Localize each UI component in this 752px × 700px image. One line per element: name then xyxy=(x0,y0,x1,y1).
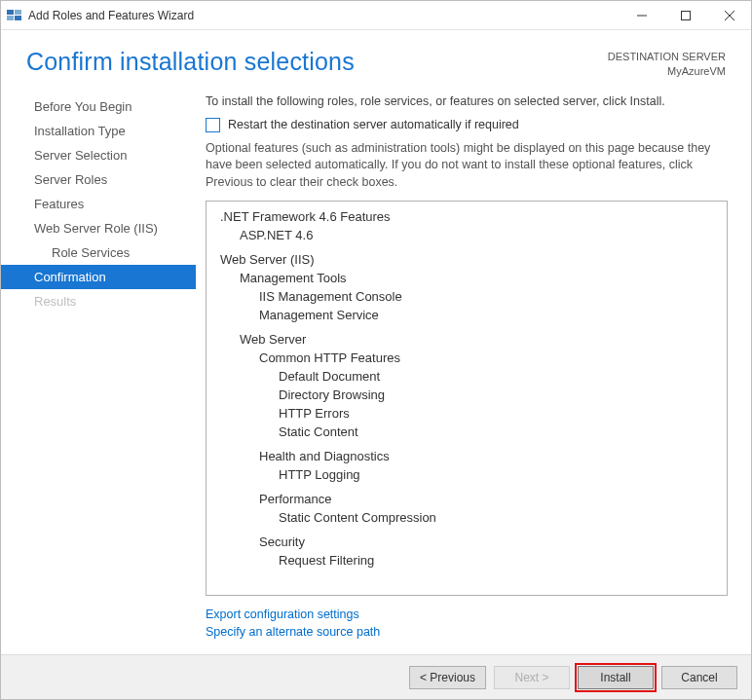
export-config-link[interactable]: Export configuration settings xyxy=(206,606,728,623)
destination-server: DESTINATION SERVER MyAzureVM xyxy=(608,48,726,79)
selections-listbox[interactable]: .NET Framework 4.6 FeaturesASP.NET 4.6We… xyxy=(206,201,728,596)
nav-item: Results xyxy=(1,289,196,313)
title-bar: Add Roles and Features Wizard xyxy=(1,1,751,30)
window-controls xyxy=(620,1,751,30)
tree-item: Static Content xyxy=(220,423,717,441)
nav-item[interactable]: Installation Type xyxy=(1,119,196,143)
wizard-main: To install the following roles, role ser… xyxy=(196,87,751,654)
svg-rect-5 xyxy=(681,11,690,19)
maximize-button[interactable] xyxy=(663,1,707,30)
wizard-header: Confirm installation selections DESTINAT… xyxy=(1,30,751,87)
nav-item[interactable]: Before You Begin xyxy=(1,94,196,119)
tree-item: Health and Diagnostics xyxy=(220,447,717,465)
nav-item[interactable]: Confirmation xyxy=(1,265,196,289)
nav-item[interactable]: Features xyxy=(1,192,196,216)
tree-item: HTTP Logging xyxy=(220,465,717,484)
tree-item: Request Filtering xyxy=(220,551,717,570)
svg-rect-3 xyxy=(15,16,21,20)
tree-item: Directory Browsing xyxy=(220,386,717,404)
install-button[interactable]: Install xyxy=(578,666,654,689)
svg-rect-1 xyxy=(15,10,21,15)
tree-item: Common HTTP Features xyxy=(220,349,717,367)
destination-label: DESTINATION SERVER xyxy=(608,50,726,64)
tree-item: HTTP Errors xyxy=(220,404,717,423)
nav-item[interactable]: Server Selection xyxy=(1,143,196,167)
tree-item: Management Service xyxy=(220,306,717,324)
alternate-source-link[interactable]: Specify an alternate source path xyxy=(206,623,728,641)
window-title: Add Roles and Features Wizard xyxy=(28,9,194,22)
tree-item: Security xyxy=(220,533,717,551)
close-button[interactable] xyxy=(707,1,751,30)
next-button: Next > xyxy=(494,666,570,689)
page-title: Confirm installation selections xyxy=(26,48,355,76)
svg-rect-2 xyxy=(7,16,14,20)
tree-item: IIS Management Console xyxy=(220,287,717,306)
tree-item: Web Server xyxy=(220,330,717,349)
restart-checkbox[interactable] xyxy=(206,118,220,132)
nav-item[interactable]: Server Roles xyxy=(1,167,196,192)
previous-button[interactable]: < Previous xyxy=(409,666,486,689)
intro-text: To install the following roles, role ser… xyxy=(206,94,728,108)
nav-item[interactable]: Role Services xyxy=(1,240,196,265)
cancel-button[interactable]: Cancel xyxy=(661,666,737,689)
tree-item: Static Content Compression xyxy=(220,508,717,527)
wizard-body: Before You BeginInstallation TypeServer … xyxy=(1,87,751,654)
tree-item: Management Tools xyxy=(220,269,717,287)
links-area: Export configuration settings Specify an… xyxy=(206,596,728,654)
destination-value: MyAzureVM xyxy=(608,64,726,79)
tree-item: ASP.NET 4.6 xyxy=(220,226,717,244)
restart-checkbox-label: Restart the destination server automatic… xyxy=(228,118,519,131)
minimize-button[interactable] xyxy=(620,1,663,30)
nav-item[interactable]: Web Server Role (IIS) xyxy=(1,216,196,240)
svg-rect-0 xyxy=(7,10,14,15)
tree-item: Default Document xyxy=(220,367,717,386)
wizard-nav: Before You BeginInstallation TypeServer … xyxy=(1,87,196,654)
wizard-footer: < Previous Next > Install Cancel xyxy=(1,654,751,699)
tree-item: Web Server (IIS) xyxy=(220,250,717,269)
tree-item: Performance xyxy=(220,490,717,508)
optional-features-note: Optional features (such as administratio… xyxy=(206,140,728,192)
restart-checkbox-row[interactable]: Restart the destination server automatic… xyxy=(206,118,728,132)
tree-item: .NET Framework 4.6 Features xyxy=(220,207,717,226)
app-icon xyxy=(7,8,22,23)
